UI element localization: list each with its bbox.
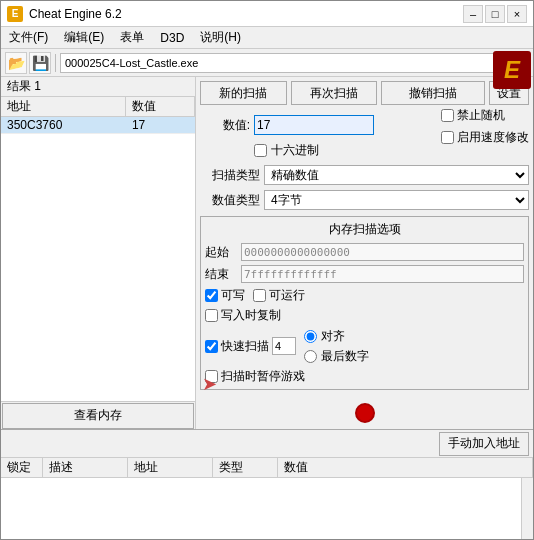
menu-edit[interactable]: 编辑(E)	[60, 28, 108, 47]
fast-scan-group: 快速扫描	[205, 337, 296, 355]
pause-game-row: 扫描时暂停游戏	[205, 368, 524, 385]
menu-form[interactable]: 表单	[116, 28, 148, 47]
value-label: 数值:	[200, 117, 250, 134]
writable-label: 可写	[221, 287, 245, 304]
col-lock: 锁定	[1, 458, 43, 477]
value-type-row: 数值类型 4字节	[200, 189, 529, 211]
new-scan-button[interactable]: 新的扫描	[200, 81, 287, 105]
table-row[interactable]: 350C3760 17	[1, 117, 195, 134]
results-table: 地址 数值 350C3760 17	[1, 97, 195, 401]
bottom-toolbar: 手动加入地址	[1, 430, 533, 458]
start-input[interactable]	[241, 243, 524, 261]
fast-scan-row: 快速扫描 对齐 最后数字	[205, 327, 524, 365]
disable-random-group: 禁止随机	[441, 107, 529, 124]
bottom-section: 手动加入地址 锁定 描述 地址 类型 数值	[1, 429, 533, 539]
hex-checkbox[interactable]	[254, 144, 267, 157]
col-desc: 描述	[43, 458, 128, 477]
disable-random-label: 禁止随机	[457, 107, 505, 124]
main-content: 结果 1 地址 数值 350C3760 17	[1, 77, 533, 429]
left-panel: 结果 1 地址 数值 350C3760 17	[1, 77, 196, 429]
executable-checkbox[interactable]	[253, 289, 266, 302]
menu-d3d[interactable]: D3D	[156, 30, 188, 46]
scan-options-box: 内存扫描选项 起始 结束 可写	[200, 216, 529, 390]
right-checkboxes: 禁止随机 启用速度修改	[441, 107, 529, 146]
app-logo: E	[493, 51, 531, 89]
scan-type-label: 扫描类型	[200, 167, 260, 184]
left-bottom-area: 查看内存	[1, 401, 195, 429]
col-value: 数值	[126, 97, 195, 117]
fast-scan-checkbox[interactable]	[205, 340, 218, 353]
scrollbar[interactable]	[521, 478, 533, 539]
start-row: 起始	[205, 242, 524, 262]
value-type-label: 数值类型	[200, 192, 260, 209]
stop-icon[interactable]	[355, 403, 375, 423]
scan-type-select[interactable]: 精确数值	[264, 165, 529, 185]
toolbar: 📂 💾 000025C4-Lost_Castle.exe E	[1, 49, 533, 77]
menu-file[interactable]: 文件(F)	[5, 28, 52, 47]
toolbar-separator	[55, 54, 56, 72]
minimize-button[interactable]: –	[463, 5, 483, 23]
start-label: 起始	[205, 244, 235, 261]
main-window: E Cheat Engine 6.2 – □ × 文件(F) 编辑(E) 表单 …	[0, 0, 534, 540]
align-label: 对齐	[321, 328, 345, 345]
last-digit-radio[interactable]	[304, 350, 317, 363]
value-input[interactable]	[254, 115, 374, 135]
executable-group: 可运行	[253, 287, 305, 304]
writable-checkbox[interactable]	[205, 289, 218, 302]
add-address-button[interactable]: 手动加入地址	[439, 432, 529, 456]
hex-label: 十六进制	[271, 142, 319, 159]
end-row: 结束	[205, 264, 524, 284]
scan-options-title: 内存扫描选项	[205, 221, 524, 238]
title-controls: – □ ×	[463, 5, 527, 23]
row-value: 17	[126, 117, 195, 134]
close-button[interactable]: ×	[507, 5, 527, 23]
rescan-button[interactable]: 再次扫描	[291, 81, 378, 105]
align-row: 对齐	[304, 327, 369, 345]
radio-group: 对齐 最后数字	[304, 327, 369, 365]
cancel-scan-button[interactable]: 撤销扫描	[381, 81, 485, 105]
arrow-area: ➤	[200, 375, 218, 393]
col-address: 地址	[1, 97, 126, 117]
copy-write-row: 写入时复制	[205, 307, 524, 324]
app-icon: E	[7, 6, 23, 22]
title-bar-left: E Cheat Engine 6.2	[7, 6, 122, 22]
col-val: 数值	[278, 458, 533, 477]
right-panel: 新的扫描 再次扫描 撤销扫描 设置 数值: 十六进制 扫描类型 精确数值	[196, 77, 533, 429]
toolbar-open-button[interactable]: 📂	[5, 52, 27, 74]
fast-scan-input[interactable]	[272, 337, 296, 355]
checkbox-row-1: 可写 可运行	[205, 287, 524, 304]
fast-scan-label: 快速扫描	[221, 338, 269, 355]
menu-help[interactable]: 说明(H)	[196, 28, 245, 47]
title-bar: E Cheat Engine 6.2 – □ ×	[1, 1, 533, 27]
col-type: 类型	[213, 458, 278, 477]
window-title: Cheat Engine 6.2	[29, 7, 122, 21]
process-path: 000025C4-Lost_Castle.exe	[60, 53, 529, 73]
stop-icon-area	[355, 403, 375, 423]
align-radio[interactable]	[304, 330, 317, 343]
arrow-icon: ➤	[200, 375, 218, 393]
executable-label: 可运行	[269, 287, 305, 304]
maximize-button[interactable]: □	[485, 5, 505, 23]
copy-write-checkbox[interactable]	[205, 309, 218, 322]
disable-random-checkbox[interactable]	[441, 109, 454, 122]
value-type-select[interactable]: 4字节	[264, 190, 529, 210]
menu-bar: 文件(F) 编辑(E) 表单 D3D 说明(H)	[1, 27, 533, 49]
scan-type-row: 扫描类型 精确数值	[200, 164, 529, 186]
bottom-table-body	[1, 478, 521, 539]
speedhack-checkbox[interactable]	[441, 131, 454, 144]
view-memory-button[interactable]: 查看内存	[2, 403, 194, 429]
bottom-table-header: 锁定 描述 地址 类型 数值	[1, 458, 533, 478]
toolbar-save-button[interactable]: 💾	[29, 52, 51, 74]
last-digit-label: 最后数字	[321, 348, 369, 365]
bottom-table-body-container	[1, 478, 533, 539]
last-digit-row: 最后数字	[304, 347, 369, 365]
col-addr: 地址	[128, 458, 213, 477]
copy-write-label: 写入时复制	[221, 307, 281, 324]
speedhack-group: 启用速度修改	[441, 129, 529, 146]
results-header: 结果 1	[1, 77, 195, 97]
end-label: 结束	[205, 266, 235, 283]
writable-group: 可写	[205, 287, 245, 304]
scan-buttons: 新的扫描 再次扫描 撤销扫描 设置	[200, 81, 529, 107]
row-address: 350C3760	[1, 117, 126, 134]
end-input[interactable]	[241, 265, 524, 283]
